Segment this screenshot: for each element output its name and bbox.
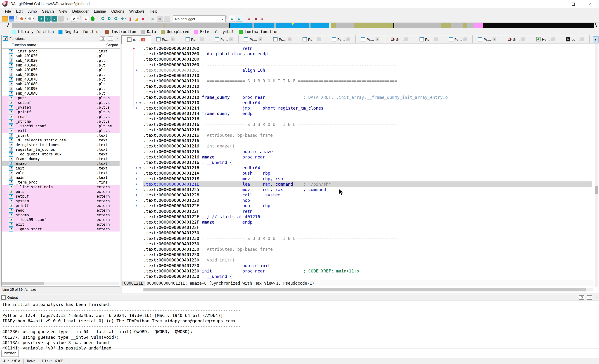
disasm-line[interactable]: .text:0000000000401200 ; ---------------… bbox=[122, 62, 592, 67]
disasm-line[interactable]: .text:0000000000401216 ; int amaze() bbox=[122, 143, 592, 149]
disasm-line[interactable]: .text:0000000000401216 ; ===============… bbox=[122, 122, 592, 127]
view-tab-Ps[interactable]: Ps…x bbox=[151, 35, 180, 43]
panel-float-icon[interactable]: □ bbox=[587, 295, 592, 300]
view-tab-Ps[interactable]: Ps…x bbox=[239, 35, 268, 43]
function-row[interactable]: fsub_401040.plt bbox=[2, 63, 120, 68]
open-exports-icon[interactable]: E bbox=[52, 16, 57, 22]
c-script-icon[interactable]: C bbox=[229, 16, 235, 22]
column-function-name[interactable]: Function name bbox=[2, 43, 105, 47]
menu-item-edit[interactable]: Edit bbox=[14, 9, 25, 14]
make-code-icon[interactable]: C bbox=[100, 16, 106, 22]
function-row[interactable]: fsub_401030.plt bbox=[2, 58, 120, 63]
disasm-line[interactable]: .text:000000000040122D nop bbox=[122, 198, 592, 203]
rename-dropdown-icon[interactable]: ▾ bbox=[78, 18, 79, 20]
function-row[interactable]: fsetbufextern bbox=[2, 194, 120, 199]
functions-panel-titlebar[interactable]: f Functions ❏ □ × bbox=[2, 35, 120, 42]
jump-prev-dropdown-icon[interactable]: ▾ bbox=[25, 18, 26, 20]
red-diamond-icon[interactable]: ◆ bbox=[140, 16, 146, 22]
list-add-icon[interactable]: ≡ bbox=[247, 16, 252, 22]
view-tab-Ps[interactable]: Ps…x bbox=[473, 35, 502, 43]
collapse-arrow-icon[interactable]: ∨ bbox=[139, 100, 141, 106]
disassembly-listing[interactable]: .text:0000000000401200 retn.text:0000000… bbox=[122, 44, 592, 282]
function-row[interactable]: fsub_401080.plt bbox=[2, 82, 120, 86]
output-panel-titlebar[interactable]: Output ❏ □ × bbox=[0, 294, 599, 301]
make-data-icon[interactable]: D bbox=[106, 16, 112, 22]
function-row[interactable]: f_printf.plt.s bbox=[2, 110, 120, 115]
disasm-line[interactable]: .text:0000000000401200 __do_global_dtors… bbox=[122, 51, 592, 56]
start-process-icon[interactable]: ▶ bbox=[150, 16, 156, 22]
view-tab-Ps[interactable]: Ps…x bbox=[268, 35, 297, 43]
panel-close-icon[interactable]: × bbox=[116, 36, 118, 41]
disasm-line[interactable]: .text:0000000000401201 align 10h bbox=[122, 67, 592, 73]
view-tab-St[interactable]: St…x bbox=[502, 35, 531, 43]
menu-item-search[interactable]: Search bbox=[40, 9, 57, 14]
disasm-line[interactable]: .text:000000000040121B mov rbp, rsp bbox=[122, 176, 592, 181]
function-row[interactable]: fprintfextern bbox=[2, 204, 120, 208]
disasm-line[interactable]: .text:0000000000401228 call _system bbox=[122, 192, 592, 198]
open-disasm-view-icon[interactable]: # bbox=[38, 16, 44, 22]
function-row[interactable]: fstrcmpextern bbox=[2, 213, 120, 217]
column-segment[interactable]: Segme bbox=[105, 43, 118, 47]
panel-float-icon[interactable]: □ bbox=[108, 36, 113, 41]
disasm-line[interactable]: .text:0000000000401230 ; Attributes: bp-… bbox=[122, 247, 592, 252]
tab-close-icon[interactable]: x bbox=[521, 37, 525, 41]
tab-close-icon[interactable]: x bbox=[580, 37, 584, 41]
list-remove-icon[interactable]: ≠ bbox=[253, 16, 259, 22]
function-row[interactable]: f_init_proc.init bbox=[2, 49, 120, 53]
tab-close-icon[interactable]: x bbox=[551, 37, 555, 41]
function-row[interactable]: fsystemextern bbox=[2, 199, 120, 204]
scrollbar-thumb[interactable] bbox=[2, 282, 44, 285]
view-tab-St[interactable]: St…x bbox=[385, 35, 414, 43]
function-row[interactable]: fframe_dummy.text bbox=[2, 157, 120, 161]
make-struct-icon[interactable]: O bbox=[113, 16, 119, 22]
function-row[interactable]: f_system.plt.s bbox=[2, 105, 120, 110]
disasm-line[interactable]: .text:000000000040121E lea rax, command … bbox=[122, 181, 592, 187]
interpreter-select-button[interactable]: Python bbox=[1, 350, 19, 357]
disasm-line[interactable]: .text:0000000000401200 bbox=[122, 56, 592, 62]
disasm-line[interactable]: .text:0000000000401230 ; void init() bbox=[122, 257, 592, 263]
function-row[interactable]: f_read.plt.s bbox=[2, 115, 120, 119]
tab-close-icon[interactable]: x bbox=[259, 37, 262, 41]
tab-close-icon[interactable]: x bbox=[376, 37, 379, 41]
disasm-line[interactable]: .text:0000000000401230 ; __unwind { bbox=[122, 274, 592, 279]
function-row[interactable]: fmain.text bbox=[2, 175, 120, 180]
disasm-line[interactable]: .text:0000000000401230 bbox=[122, 252, 592, 257]
view-tab-Ps[interactable]: Ps…x bbox=[209, 35, 239, 43]
function-row[interactable]: fputsextern bbox=[2, 189, 120, 194]
function-row[interactable]: f_strcmp.plt.s bbox=[2, 119, 120, 124]
scrollbar-thumb[interactable] bbox=[595, 186, 598, 194]
open-hex-view-icon[interactable]: T bbox=[45, 16, 51, 22]
function-row[interactable]: f__isoc99_scanf.plt.se bbox=[2, 124, 120, 129]
navigation-band[interactable] bbox=[12, 23, 594, 28]
tab-close-icon[interactable]: x bbox=[141, 38, 145, 41]
scrollbar-thumb[interactable] bbox=[143, 288, 586, 292]
function-row[interactable]: fsub_401090.plt bbox=[2, 86, 120, 91]
disasm-line[interactable]: .text:0000000000401210 bbox=[122, 84, 592, 89]
disasm-line[interactable]: .text:000000000040122E pop rbp bbox=[122, 203, 592, 208]
disasm-line[interactable]: .text:000000000040122F bbox=[122, 225, 592, 230]
tab-close-icon[interactable]: x bbox=[200, 37, 204, 41]
run-green-icon[interactable] bbox=[90, 16, 96, 22]
pause-process-icon[interactable]: ▮▮ bbox=[157, 16, 163, 22]
view-tab-Ps[interactable]: Ps…x bbox=[326, 35, 356, 43]
disasm-line[interactable]: .text:0000000000401230 bbox=[122, 230, 592, 235]
function-row[interactable]: fderegister_tm_clones.text bbox=[2, 142, 120, 147]
function-row[interactable]: fsub_401050.plt bbox=[2, 68, 120, 72]
function-row[interactable]: fsub_401060.plt bbox=[2, 72, 120, 77]
function-row[interactable]: fexitextern bbox=[2, 222, 120, 227]
menu-item-options[interactable]: Options bbox=[109, 9, 127, 14]
function-row[interactable]: f_start.text bbox=[2, 133, 120, 138]
disasm-line[interactable]: .text:0000000000401216 public amaze bbox=[122, 149, 592, 154]
tab-close-icon[interactable]: x bbox=[493, 37, 496, 41]
view-tab-Lo[interactable]: 0Lo…x bbox=[560, 35, 590, 43]
menu-item-debugger[interactable]: Debugger bbox=[70, 9, 91, 14]
debugger-selector[interactable]: No debugger∨ bbox=[173, 16, 226, 22]
close-button[interactable]: × bbox=[582, 0, 599, 8]
new-window-dropdown-icon[interactable]: ▾ bbox=[125, 18, 127, 20]
function-row[interactable]: famaze.text bbox=[2, 161, 120, 166]
disasm-line[interactable]: .text:000000000040121A push rbp bbox=[122, 170, 592, 176]
function-row[interactable]: freadextern bbox=[2, 208, 120, 213]
collapse-arrow-icon[interactable]: ∨ bbox=[139, 165, 141, 171]
function-row[interactable]: f_setbuf.plt.s bbox=[2, 100, 120, 105]
red-brackets-icon[interactable]: [] bbox=[127, 16, 133, 22]
